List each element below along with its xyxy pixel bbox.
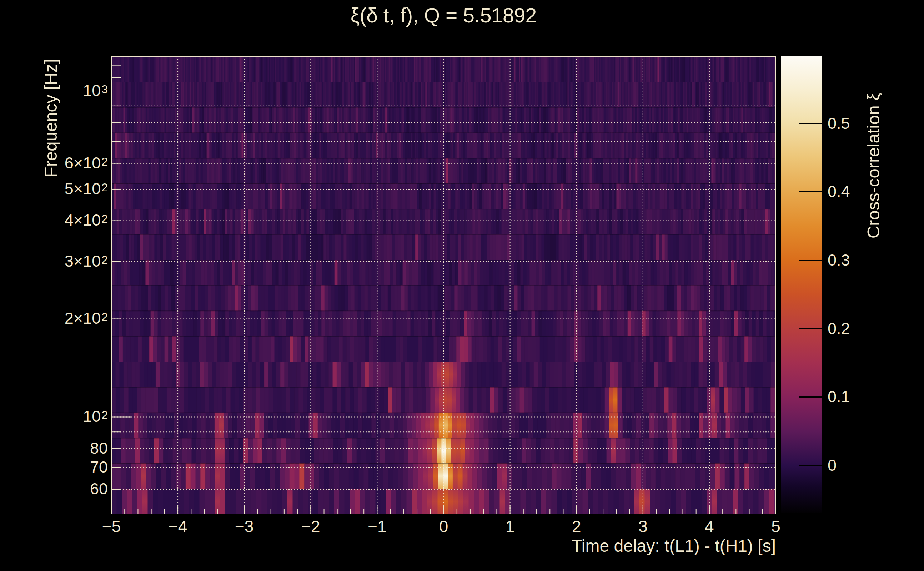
x-tick-label: 0 bbox=[422, 518, 465, 535]
colorbar-tick-mark bbox=[799, 397, 822, 398]
y-tick-label: 3×102 bbox=[4, 253, 108, 269]
y-tick-label: 80 bbox=[4, 440, 108, 456]
x-tick-label: 4 bbox=[688, 518, 731, 535]
y-tick-label: 5×102 bbox=[4, 181, 108, 197]
y-tick-label: 60 bbox=[4, 481, 108, 497]
x-tick-label: 2 bbox=[555, 518, 598, 535]
y-tick-label: 6×102 bbox=[4, 155, 108, 171]
y-tick-label: 4×102 bbox=[4, 212, 108, 228]
x-tick-label: 3 bbox=[621, 518, 664, 535]
y-tick-label: 70 bbox=[4, 459, 108, 475]
y-tick-label: 102 bbox=[4, 408, 108, 424]
colorbar-tick-label: 0.4 bbox=[828, 184, 878, 199]
colorbar-tick-label: 0 bbox=[828, 457, 878, 473]
x-tick-label: 5 bbox=[754, 518, 797, 535]
colorbar-tick-label: 0.3 bbox=[828, 252, 878, 268]
y-axis-title: Frequency [Hz] bbox=[41, 0, 61, 247]
y-tick-label: 2×102 bbox=[4, 310, 108, 326]
colorbar-tick-label: 0.5 bbox=[828, 115, 878, 131]
x-axis-title: Time delay: t(L1) - t(H1) [s] bbox=[419, 536, 776, 556]
y-tick-label: 103 bbox=[4, 82, 108, 99]
colorbar-gradient bbox=[781, 56, 822, 513]
colorbar-tick-mark bbox=[799, 260, 822, 261]
colorbar-tick-label: 0.2 bbox=[828, 321, 878, 336]
x-tick-label: −1 bbox=[355, 518, 399, 535]
colorbar-tick-mark bbox=[799, 191, 822, 192]
x-tick-label: 1 bbox=[489, 518, 532, 535]
x-tick-label: −2 bbox=[289, 518, 332, 535]
colorbar-tick-mark bbox=[799, 123, 822, 124]
x-tick-label: −3 bbox=[223, 518, 266, 535]
spectrogram-heatmap bbox=[111, 56, 776, 514]
plot-title: ξ(δ t, f), Q = 5.51892 bbox=[111, 3, 776, 27]
x-tick-label: −4 bbox=[156, 518, 199, 535]
qscan-window: { "title": "ξ(δ t, f), Q = 5.51892", "x_… bbox=[0, 0, 924, 571]
colorbar-tick-mark bbox=[799, 465, 822, 466]
x-tick-label: −5 bbox=[90, 518, 133, 535]
colorbar-tick-label: 0.1 bbox=[828, 389, 878, 405]
colorbar-tick-mark bbox=[799, 328, 822, 329]
